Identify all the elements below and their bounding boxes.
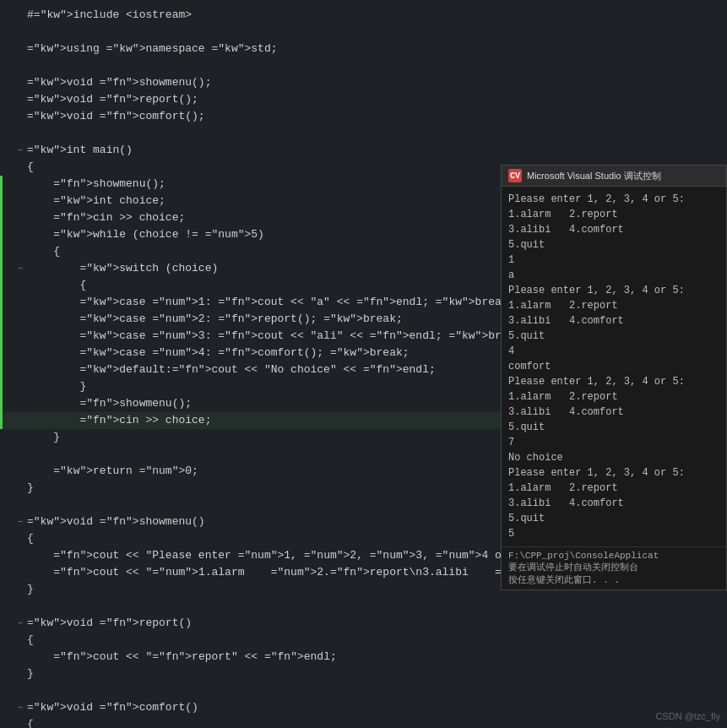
code-line: ="kw">void ="fn">comfort();: [0, 108, 507, 125]
code-editor: #="kw">include <iostream>="kw">using ="k…: [0, 0, 507, 728]
code-line: ="kw">int choice;: [0, 193, 507, 209]
code-text: {: [27, 530, 507, 547]
code-text: ="kw">return ="num">0;: [27, 463, 507, 480]
collapse-gutter[interactable]: −: [14, 145, 27, 155]
console-title: Microsoft Visual Studio 调试控制: [527, 170, 661, 182]
code-line: #="kw">include <iostream>: [0, 7, 507, 24]
code-line: ="kw">using ="kw">namespace ="kw">std;: [0, 41, 507, 57]
code-text: }: [27, 378, 507, 395]
collapse-gutter[interactable]: −: [14, 618, 27, 628]
code-text: ="kw">case ="num">4: ="fn">comfort(); ="…: [27, 345, 507, 361]
code-line: {: [0, 159, 507, 176]
code-line: }: [0, 581, 507, 598]
code-text: {: [27, 632, 507, 649]
collapse-gutter[interactable]: −: [14, 263, 27, 274]
code-text: {: [27, 716, 507, 728]
code-line: }: [0, 378, 507, 395]
code-line: ="kw">void ="fn">showmenu();: [0, 74, 507, 91]
collapse-button[interactable]: −: [15, 263, 25, 274]
code-line: −="kw">void ="fn">comfort(): [0, 699, 507, 716]
code-line: −="kw">int main(): [0, 142, 507, 159]
code-line: − ="kw">switch (choice): [0, 260, 507, 277]
code-text: #="kw">include <iostream>: [27, 7, 507, 24]
code-line: [0, 682, 507, 699]
code-line: }: [0, 666, 507, 682]
code-text: ="kw">default:="fn">cout << "No choice" …: [27, 361, 507, 378]
code-text: }: [27, 666, 507, 682]
code-text: }: [27, 581, 507, 598]
code-line: [0, 57, 507, 74]
code-text: ="fn">cin >> choice;: [27, 412, 507, 429]
collapse-button[interactable]: −: [15, 618, 25, 628]
code-line: ="fn">cout << "="fn">report" << ="fn">en…: [0, 649, 507, 666]
code-text: ="fn">showmenu();: [27, 395, 507, 412]
code-text: ="fn">cout << "="num">1.alarm ="num">2.=…: [27, 564, 507, 581]
console-window: CV Microsoft Visual Studio 调试控制 Please e…: [501, 165, 727, 590]
code-text: ="fn">cout << "Please enter ="num">1, ="…: [27, 547, 507, 564]
code-text: ="fn">cin >> choice;: [27, 209, 507, 226]
code-text: ="kw">int choice;: [27, 193, 507, 209]
code-text: }: [27, 480, 507, 497]
console-icon: CV: [508, 169, 522, 182]
code-text: ="kw">case ="num">3: ="fn">cout << "ali"…: [27, 328, 507, 345]
code-line: [0, 125, 507, 142]
code-line: ="kw">void ="fn">report();: [0, 91, 507, 108]
code-line: ="fn">cin >> choice;: [0, 209, 507, 226]
code-line: ="kw">case ="num">1: ="fn">cout << "a" <…: [0, 294, 507, 311]
code-line: ="fn">cin >> choice;: [0, 412, 507, 429]
code-text: ="fn">showmenu();: [27, 176, 507, 193]
code-line: ="fn">cout << "="num">1.alarm ="num">2.=…: [0, 564, 507, 581]
code-text: {: [27, 159, 507, 176]
code-line: }: [0, 480, 507, 497]
code-text: }: [27, 429, 507, 446]
code-text: ="kw">case ="num">2: ="fn">report(); ="k…: [27, 311, 507, 328]
collapse-button[interactable]: −: [15, 703, 25, 713]
collapse-gutter[interactable]: −: [14, 517, 27, 527]
code-line: {: [0, 530, 507, 547]
collapse-button[interactable]: −: [15, 145, 25, 155]
code-line: ="fn">showmenu();: [0, 395, 507, 412]
code-line: [0, 497, 507, 513]
collapse-button[interactable]: −: [15, 517, 25, 527]
console-body: Please enter 1, 2, 3, 4 or 5: 1.alarm 2.…: [502, 187, 726, 546]
code-text: ="kw">void ="fn">report(): [27, 615, 507, 632]
code-line: ="kw">case ="num">3: ="fn">cout << "ali"…: [0, 328, 507, 345]
code-text: ="kw">void ="fn">comfort();: [27, 108, 507, 125]
watermark: CSDN @tzc_fly: [655, 711, 720, 721]
code-text: ="kw">case ="num">1: ="fn">cout << "a" <…: [27, 294, 507, 311]
code-text: ="kw">void ="fn">comfort(): [27, 699, 507, 716]
code-text: ="kw">void ="fn">showmenu(): [27, 513, 507, 530]
code-line: −="kw">void ="fn">showmenu(): [0, 513, 507, 530]
code-line: [0, 446, 507, 463]
code-line: [0, 24, 507, 41]
collapse-gutter[interactable]: −: [14, 703, 27, 713]
code-line: ="kw">default:="fn">cout << "No choice" …: [0, 361, 507, 378]
code-line: ="kw">case ="num">4: ="fn">comfort(); ="…: [0, 345, 507, 361]
code-line: ="fn">showmenu();: [0, 176, 507, 193]
console-footer: F:\CPP_proj\ConsoleApplicat 要在调试停止时自动关闭控…: [502, 546, 726, 589]
code-line: {: [0, 243, 507, 260]
code-line: ="kw">while (choice != ="num">5): [0, 226, 507, 243]
code-line: ="fn">cout << "Please enter ="num">1, ="…: [0, 547, 507, 564]
code-text: {: [27, 243, 507, 260]
code-text: ="kw">using ="kw">namespace ="kw">std;: [27, 41, 507, 57]
code-text: ="kw">while (choice != ="num">5): [27, 226, 507, 243]
code-line: {: [0, 632, 507, 649]
code-line: {: [0, 716, 507, 728]
console-titlebar: CV Microsoft Visual Studio 调试控制: [502, 166, 726, 187]
code-line: {: [0, 277, 507, 294]
code-line: }: [0, 429, 507, 446]
code-line: [0, 598, 507, 615]
code-text: ="kw">void ="fn">showmenu();: [27, 74, 507, 91]
code-line: ="kw">return ="num">0;: [0, 463, 507, 480]
code-line: −="kw">void ="fn">report(): [0, 615, 507, 632]
code-text: ="kw">int main(): [27, 142, 507, 159]
code-line: ="kw">case ="num">2: ="fn">report(); ="k…: [0, 311, 507, 328]
code-text: ="fn">cout << "="fn">report" << ="fn">en…: [27, 649, 507, 666]
code-text: {: [27, 277, 507, 294]
code-text: ="kw">switch (choice): [27, 260, 507, 277]
code-text: ="kw">void ="fn">report();: [27, 91, 507, 108]
